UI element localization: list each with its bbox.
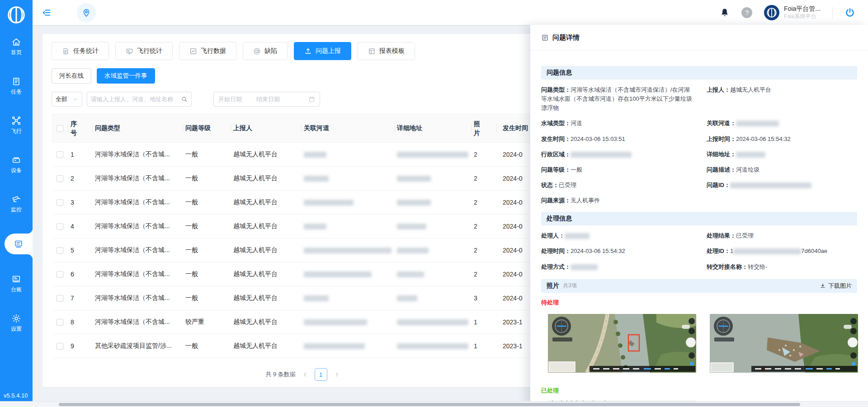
cell-level: 一般 xyxy=(183,150,231,159)
device-icon xyxy=(11,155,21,165)
subtab-水域监管一件事[interactable]: 水域监管一件事 xyxy=(97,68,155,84)
notifications-bell-icon[interactable] xyxy=(720,8,730,18)
sidebar-item-label: 设备 xyxy=(11,167,22,174)
sidebar-item-首页[interactable]: 首页 xyxy=(0,37,33,56)
sidebar-item-label: 任务 xyxy=(11,88,22,96)
sidebar-item-active[interactable] xyxy=(5,234,33,254)
sidebar-item-任务[interactable]: 任务 xyxy=(0,76,33,96)
sidebar-item-label: 监控 xyxy=(11,206,22,214)
chevron-right-icon[interactable] xyxy=(334,371,340,378)
sidebar-item-台账[interactable]: 台账 xyxy=(0,274,33,294)
row-checkbox[interactable] xyxy=(52,199,68,206)
col-header: 上报人 xyxy=(231,124,301,132)
cell-level: 较严重 xyxy=(183,318,231,326)
issue-detail-panel: 问题详情 问题信息 问题类型：河湖等水域保洁（不含城市河道保洁）/在河湖等水域水… xyxy=(530,25,868,407)
logout-power-icon[interactable] xyxy=(844,7,855,18)
select-all-checkbox[interactable] xyxy=(52,125,68,132)
cell-river-redacted xyxy=(301,224,394,229)
cell-seq: 4 xyxy=(68,223,92,230)
col-header: 详细地址 xyxy=(394,124,471,132)
sidebar-item-label: 台账 xyxy=(11,286,22,294)
cell-reporter: 越城无人机平台 xyxy=(231,318,301,326)
category-select[interactable]: 全部 xyxy=(52,92,82,107)
cell-level: 一般 xyxy=(183,270,231,278)
detail-field-row: 问题等级：一般问题描述：河道垃圾 xyxy=(541,162,857,178)
row-checkbox[interactable] xyxy=(52,151,68,158)
topbar: ? Foia平台管... Foia系统平台 xyxy=(33,0,868,25)
chevron-left-icon[interactable] xyxy=(302,371,308,378)
cell-seq: 1 xyxy=(68,151,92,158)
row-checkbox[interactable] xyxy=(52,223,68,230)
photos-count: 共3项 xyxy=(563,282,577,290)
cell-reporter: 越城无人机平台 xyxy=(231,294,301,302)
cell-address-redacted xyxy=(394,224,471,229)
download-icon xyxy=(820,283,826,289)
collapse-menu-icon[interactable] xyxy=(42,8,52,18)
cell-photo-count: 2 xyxy=(471,175,496,182)
sidebar-item-label: 首页 xyxy=(11,49,22,56)
detail-field-row: 问题类型：河湖等水域保洁（不含城市河道保洁）/在河湖等水域水面（不含城市河道）存… xyxy=(541,82,857,116)
detail-field-row: 行政区域：详细地址： xyxy=(541,147,857,162)
cell-river-redacted xyxy=(301,343,394,349)
cell-seq: 7 xyxy=(68,295,92,302)
date-range-picker[interactable]: 开始日期 结束日期 xyxy=(213,92,320,107)
tab-飞行数据[interactable]: 飞行数据 xyxy=(179,42,236,60)
tab-报表模板[interactable]: 报表模板 xyxy=(358,42,415,60)
avatar-logo-icon xyxy=(766,7,778,19)
process-info-fields: 处理人：处理结果：已受理处理时间：2024-03-06 15:54:32处理ID… xyxy=(541,225,857,274)
cell-photo-count: 2 xyxy=(471,271,496,278)
cell-level: 一般 xyxy=(183,342,231,350)
sidebar: 首页任务飞行设备监控台账设置 v5.5.4.10 xyxy=(0,0,33,407)
avatar[interactable] xyxy=(764,5,779,20)
cell-address-redacted xyxy=(394,295,471,301)
tab-问题上报[interactable]: 问题上报 xyxy=(294,42,351,60)
cell-level: 一般 xyxy=(183,222,231,230)
sidebar-item-设备[interactable]: 设备 xyxy=(0,155,33,174)
horizontal-scrollbar[interactable] xyxy=(0,401,868,407)
cell-level: 一般 xyxy=(183,246,231,254)
tab-缺陷[interactable]: 缺陷 xyxy=(243,42,288,60)
detail-field-row: 状态：已受理问题ID： xyxy=(541,178,857,193)
issue-info-fields: 问题类型：河湖等水域保洁（不含城市河道保洁）/在河湖等水域水面（不含城市河道）存… xyxy=(541,80,857,208)
search-input[interactable] xyxy=(91,96,178,103)
sidebar-item-设置[interactable]: 设置 xyxy=(0,313,33,333)
detail-field-row: 水域类型：河道关联河道： xyxy=(541,116,857,131)
row-checkbox[interactable] xyxy=(52,271,68,278)
cell-photo-count: 2 xyxy=(471,247,496,254)
cell-issue-type: 河湖等水域保洁（不含城... xyxy=(92,270,183,278)
download-images-button[interactable]: 下载图片 xyxy=(820,282,852,290)
end-date-placeholder: 结束日期 xyxy=(256,95,280,103)
row-checkbox[interactable] xyxy=(52,175,68,182)
row-checkbox[interactable] xyxy=(52,343,68,350)
map-pin-button[interactable] xyxy=(77,3,96,22)
row-checkbox[interactable] xyxy=(52,319,68,326)
sidebar-item-label: 飞行 xyxy=(11,127,22,135)
cell-address-redacted xyxy=(394,319,471,325)
cell-river-redacted xyxy=(301,176,394,182)
help-icon[interactable]: ? xyxy=(741,7,752,18)
at-icon xyxy=(253,47,261,55)
cell-photo-count: 1 xyxy=(471,318,496,326)
drone-icon xyxy=(11,116,21,126)
tab-飞行统计[interactable]: 飞行统计 xyxy=(115,42,173,60)
tab-任务统计[interactable]: 任务统计 xyxy=(52,42,109,60)
sidebar-item-飞行[interactable]: 飞行 xyxy=(0,116,33,135)
col-header: 照片 xyxy=(471,119,496,138)
location-pin-icon xyxy=(81,8,91,18)
photo-aerial-river-debris[interactable] xyxy=(710,314,858,373)
cell-issue-type: 河湖等水域保洁（不含城... xyxy=(92,198,183,206)
search-icon[interactable] xyxy=(181,96,188,103)
page-number[interactable]: 1 xyxy=(315,368,327,381)
cell-river-redacted xyxy=(301,200,394,206)
row-checkbox[interactable] xyxy=(52,295,68,302)
cell-seq: 3 xyxy=(68,199,92,206)
photo-aerial-river-red-box[interactable] xyxy=(548,314,696,373)
upload-icon xyxy=(304,47,312,55)
detail-field-row: 处理方式：转交对接名称：转交给- xyxy=(541,259,857,275)
scrollbar-thumb[interactable] xyxy=(59,403,800,406)
subtab-河长在线[interactable]: 河长在线 xyxy=(52,68,91,84)
cell-reporter: 越城无人机平台 xyxy=(231,222,301,230)
detail-field-row: 处理人：处理结果：已受理 xyxy=(541,228,857,243)
row-checkbox[interactable] xyxy=(52,247,68,254)
sidebar-item-监控[interactable]: 监控 xyxy=(0,194,33,214)
